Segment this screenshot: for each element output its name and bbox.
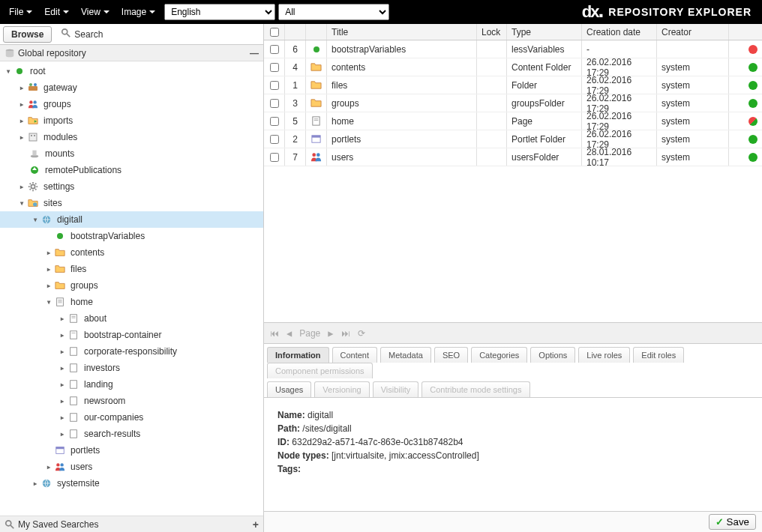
tree-node-groups2[interactable]: ▸groups — [0, 277, 263, 294]
tree-toggle[interactable]: ▾ — [30, 214, 40, 225]
pager-prev-icon[interactable]: ◀ — [286, 328, 292, 339]
row-checkbox[interactable] — [270, 117, 279, 126]
right-panel: Title Lock Type Creation date Creator 6b… — [264, 24, 762, 532]
tree-node-bootstrap-variables[interactable]: bootstrapVariables — [0, 228, 263, 244]
tree-node-files[interactable]: ▸files — [0, 261, 263, 277]
col-creator[interactable]: Creator — [657, 24, 729, 40]
col-creation-date[interactable]: Creation date — [582, 24, 657, 40]
row-checkbox[interactable] — [270, 99, 279, 108]
search-button[interactable]: Search — [55, 25, 109, 43]
tree-node-newsroom[interactable]: ▸newsroom — [0, 393, 263, 409]
page-icon — [68, 312, 80, 324]
tree-toggle[interactable]: ▾ — [44, 297, 54, 307]
tree-toggle[interactable]: ▸ — [16, 132, 27, 142]
tree-node-gateway[interactable]: ▸gateway — [0, 79, 263, 96]
row-checkbox[interactable] — [270, 45, 279, 54]
tree-toggle[interactable]: ▸ — [57, 363, 68, 373]
tree-toggle[interactable]: ▸ — [57, 330, 68, 340]
pager-last-icon[interactable]: ⏭ — [341, 328, 350, 339]
table-row[interactable]: 4contentsContent Folder26.02.2016 17:29s… — [264, 58, 762, 76]
table-row[interactable]: 5homePage26.02.2016 17:29system — [264, 112, 762, 130]
table-row[interactable]: 2portletsPortlet Folder26.02.2016 17:29s… — [264, 130, 762, 148]
saved-searches-title: My Saved Searches — [18, 519, 247, 530]
tab-usages[interactable]: Usages — [267, 381, 311, 397]
tab-options[interactable]: Options — [530, 347, 575, 363]
tree-node-portlets[interactable]: portlets — [0, 442, 263, 459]
select-all-checkbox[interactable] — [270, 28, 279, 37]
tree-node-groups[interactable]: ▸groups — [0, 96, 263, 112]
tree-toggle[interactable]: ▸ — [57, 412, 68, 423]
tree-node-sites[interactable]: ▾sites — [0, 195, 263, 211]
tree-node-imports[interactable]: ▸imports — [0, 112, 263, 129]
tab-metadata[interactable]: Metadata — [380, 347, 431, 363]
tree-toggle[interactable]: ▸ — [16, 115, 27, 126]
row-type-icon — [306, 130, 327, 148]
tree-node-landing[interactable]: ▸landing — [0, 376, 263, 393]
row-checkbox[interactable] — [270, 63, 279, 72]
add-button[interactable]: + — [253, 519, 259, 531]
tree-node-about[interactable]: ▸about — [0, 310, 263, 327]
col-lock[interactable]: Lock — [477, 24, 507, 40]
menu-view[interactable]: View — [75, 4, 116, 20]
row-checkbox[interactable] — [270, 153, 279, 162]
tab-categories[interactable]: Categories — [471, 347, 527, 363]
tree-node-systemsite[interactable]: ▸systemsite — [0, 475, 263, 492]
tree-toggle[interactable]: ▸ — [44, 247, 54, 258]
tree-toggle[interactable]: ▸ — [16, 99, 27, 109]
tree-node-contents[interactable]: ▸contents — [0, 244, 263, 261]
browse-button[interactable]: Browse — [3, 26, 52, 43]
save-button[interactable]: ✓Save — [709, 514, 756, 530]
tree-node-digitall[interactable]: ▾digitall — [0, 211, 263, 228]
tree-toggle[interactable]: ▸ — [16, 181, 27, 192]
tree-node-search-results[interactable]: ▸search-results — [0, 426, 263, 442]
svg-point-8 — [33, 100, 36, 103]
tree-toggle[interactable]: ▸ — [44, 280, 54, 291]
tree-node-mounts[interactable]: mounts — [0, 145, 263, 162]
tree-node-our-companies[interactable]: ▸our-companies — [0, 409, 263, 426]
tree-toggle[interactable]: ▸ — [57, 313, 68, 324]
menu-edit[interactable]: Edit — [38, 4, 75, 20]
tab-live-roles[interactable]: Live roles — [578, 347, 630, 363]
table-row[interactable]: 6bootstrapVariableslessVariables- — [264, 40, 762, 58]
tree-toggle[interactable]: ▾ — [3, 66, 14, 76]
col-title[interactable]: Title — [327, 24, 477, 40]
tree-toggle[interactable]: ▸ — [30, 478, 40, 489]
tree-toggle[interactable]: ▸ — [44, 264, 54, 274]
tree-toggle[interactable]: ▾ — [16, 198, 27, 208]
tree-toggle[interactable]: ▸ — [44, 462, 54, 472]
tree-toggle[interactable]: ▸ — [16, 82, 27, 93]
tab-seo[interactable]: SEO — [434, 347, 468, 363]
tree-toggle[interactable]: ▸ — [57, 396, 68, 406]
collapse-button[interactable]: — — [250, 48, 259, 58]
tree-node-investors[interactable]: ▸investors — [0, 360, 263, 376]
col-type[interactable]: Type — [507, 24, 582, 40]
pager-next-icon[interactable]: ▶ — [328, 328, 333, 339]
table-row[interactable]: 3groupsgroupsFolder26.02.2016 17:29syste… — [264, 94, 762, 112]
tree-node-corporate-responsibility[interactable]: ▸corporate-responsibility — [0, 343, 263, 360]
row-checkbox[interactable] — [270, 81, 279, 90]
table-row[interactable]: 7usersusersFolder28.01.2016 10:17system — [264, 148, 762, 166]
table-row[interactable]: 1filesFolder26.02.2016 17:29system — [264, 76, 762, 94]
tab-information[interactable]: Information — [267, 347, 329, 363]
tree-node-home[interactable]: ▾home — [0, 294, 263, 310]
tree-toggle[interactable]: ▸ — [57, 346, 68, 357]
tree-toggle[interactable]: ▸ — [57, 379, 68, 390]
svg-rect-4 — [28, 86, 38, 91]
tree-node-remote-publications[interactable]: remotePublications — [0, 162, 263, 178]
row-creator: system — [657, 130, 729, 148]
tab-edit-roles[interactable]: Edit roles — [633, 347, 684, 363]
tree-toggle[interactable]: ▸ — [57, 429, 68, 439]
menu-file[interactable]: File — [3, 4, 38, 20]
row-checkbox[interactable] — [270, 135, 279, 144]
tree-node-settings[interactable]: ▸settings — [0, 178, 263, 195]
tree-node-users[interactable]: ▸users — [0, 459, 263, 475]
workspace-select[interactable]: All — [278, 4, 389, 20]
tab-content[interactable]: Content — [332, 347, 378, 363]
pager-first-icon[interactable]: ⏮ — [270, 328, 279, 339]
menu-image[interactable]: Image — [116, 4, 161, 20]
tree-node-modules[interactable]: ▸modules — [0, 129, 263, 145]
language-select[interactable]: English — [164, 4, 275, 20]
tree-node-bootstrap-container[interactable]: ▸bootstrap-container — [0, 327, 263, 343]
pager-refresh-icon[interactable]: ⟳ — [358, 328, 365, 339]
tree-node-root[interactable]: ▾root — [0, 63, 263, 79]
